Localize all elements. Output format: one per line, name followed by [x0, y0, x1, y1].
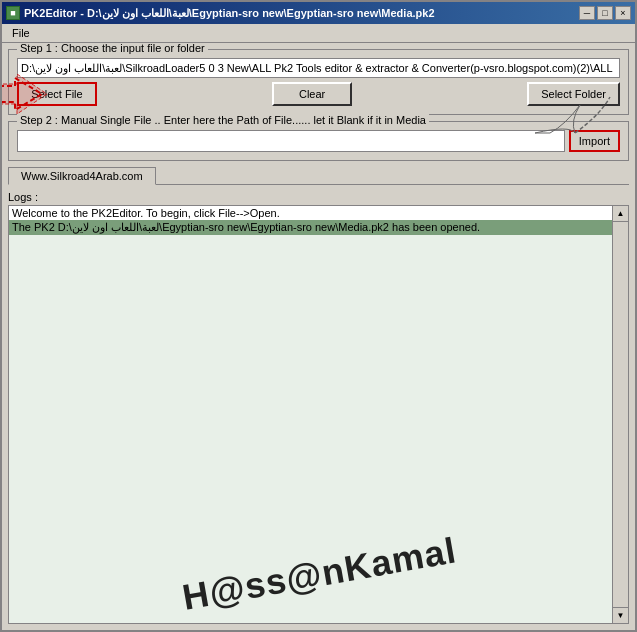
clear-button[interactable]: Clear — [272, 82, 352, 106]
step2-group: Step 2 : Manual Single File .. Enter her… — [8, 121, 629, 161]
import-button[interactable]: Import — [569, 130, 620, 152]
close-button[interactable]: × — [615, 6, 631, 20]
log-line-1: Welcome to the PK2Editor. To begin, clic… — [9, 206, 628, 220]
step1-title: Step 1 : Choose the input file or folder — [17, 43, 208, 54]
select-file-wrapper: Select File — [17, 82, 97, 106]
title-controls: ─ □ × — [579, 6, 631, 20]
import-wrapper: Import — [569, 130, 620, 152]
tab-silkroad[interactable]: Www.Silkroad4Arab.com — [8, 167, 156, 185]
maximize-button[interactable]: □ — [597, 6, 613, 20]
step1-content: Select File Clear Select Folder — [17, 58, 620, 106]
path-input[interactable] — [17, 58, 620, 78]
scrollbar[interactable]: ▲ ▼ — [612, 206, 628, 623]
logs-label: Logs : — [8, 191, 629, 203]
title-bar-left: ■ PK2Editor - D:\لعبة\اللعاب اون لاين\Eg… — [6, 6, 435, 20]
scroll-down[interactable]: ▼ — [613, 607, 628, 623]
minimize-button[interactable]: ─ — [579, 6, 595, 20]
select-file-button[interactable]: Select File — [17, 82, 97, 106]
step2-input[interactable] — [17, 130, 565, 152]
step2-content: Import — [17, 130, 620, 152]
step1-group: Step 1 : Choose the input file or folder… — [8, 49, 629, 115]
window-content: Step 1 : Choose the input file or folder… — [2, 43, 635, 630]
logs-section: Logs : Welcome to the PK2Editor. To begi… — [8, 191, 629, 624]
app-icon: ■ — [6, 6, 20, 20]
watermark: H@ss@nKamal — [179, 529, 459, 619]
scroll-up[interactable]: ▲ — [613, 206, 628, 222]
main-window: ■ PK2Editor - D:\لعبة\اللعاب اون لاين\Eg… — [0, 0, 637, 632]
logs-container[interactable]: Welcome to the PK2Editor. To begin, clic… — [8, 205, 629, 624]
step2-title: Step 2 : Manual Single File .. Enter her… — [17, 114, 429, 126]
menu-file[interactable]: File — [6, 26, 36, 40]
window-title: PK2Editor - D:\لعبة\اللعاب اون لاين\Egyp… — [24, 7, 435, 20]
title-bar: ■ PK2Editor - D:\لعبة\اللعاب اون لاين\Eg… — [2, 2, 635, 24]
tab-bar: Www.Silkroad4Arab.com — [8, 167, 629, 185]
menu-bar: File — [2, 24, 635, 43]
scroll-track — [613, 222, 628, 607]
step1-buttons: Select File Clear Select Folder — [17, 82, 620, 106]
log-line-2: The PK2 D:\لعبة\اللعاب اون لاين\Egyptian… — [9, 220, 628, 235]
select-folder-button[interactable]: Select Folder — [527, 82, 620, 106]
